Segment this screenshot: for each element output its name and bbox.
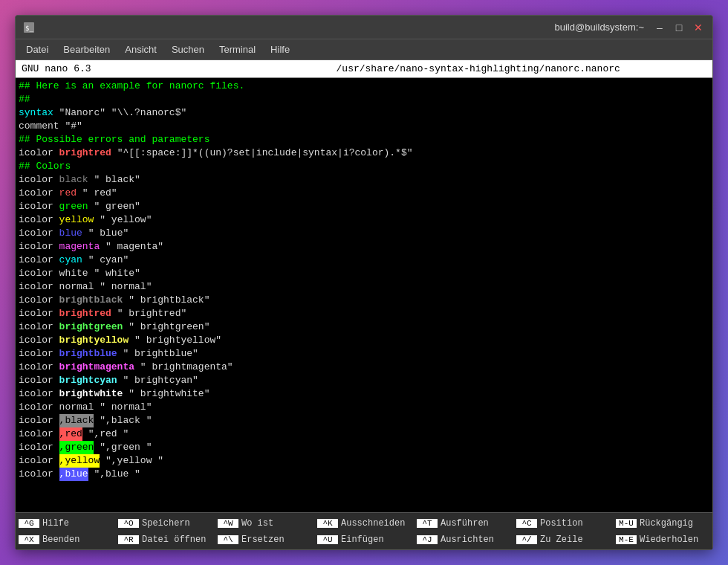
footer-shortcut-position: ^C Position [516, 515, 610, 532]
nano-filename: /usr/share/nano-syntax-highlighting/nano… [250, 63, 706, 74]
label-wo-ist: Wo ist [241, 518, 273, 529]
footer-shortcut-exit: ^X Beenden [19, 532, 112, 548]
label-hilfe: Hilfe [42, 518, 69, 529]
label-ausschneiden: Ausschneiden [341, 518, 405, 529]
footer-col-5: ^T Ausführen ^J Ausrichten [414, 513, 513, 549]
line-16: icolor white " white" [19, 267, 709, 280]
footer-shortcut-replace: ^\ Ersetzen [218, 532, 311, 548]
minimize-button[interactable]: – [651, 19, 668, 36]
svg-text:$_: $_ [25, 25, 33, 32]
footer-col-6: ^C Position ^/ Zu Zeile [513, 513, 613, 549]
line-14: icolor magenta " magenta" [19, 240, 709, 254]
line-13: icolor blue " blue" [19, 227, 709, 240]
editor-area[interactable]: ## Here is an example for nanorc files. … [16, 78, 712, 512]
key-cr: ^R [118, 535, 139, 544]
label-einfuegen: Einfügen [341, 535, 384, 545]
line-25: icolor brightwhite " brightwhite" [19, 387, 709, 401]
line-27: icolor ,black ",black " [19, 414, 709, 427]
line-3: syntax "Nanorc" "\\.?nanorc$" [19, 106, 709, 120]
key-ck: ^K [317, 519, 338, 528]
label-position: Position [540, 518, 583, 529]
label-ersetzen: Ersetzen [241, 535, 285, 545]
footer-shortcut-help: ^G Hilfe [19, 515, 112, 532]
line-21: icolor brightyellow " brightyellow" [19, 334, 709, 347]
key-cc: ^C [516, 519, 537, 528]
window-controls: – □ ✕ [651, 19, 706, 36]
menu-terminal[interactable]: Terminal [212, 42, 263, 56]
menu-datei[interactable]: Datei [19, 42, 56, 56]
key-csl: ^/ [516, 535, 537, 544]
menu-bearbeiten[interactable]: Bearbeiten [56, 42, 117, 56]
line-2: ## [19, 93, 709, 106]
line-17: icolor normal " normal" [19, 280, 709, 294]
key-cg: ^G [19, 519, 39, 528]
line-9: icolor black " black" [19, 173, 709, 187]
title-bar: $_ build@buildsystem:~ – □ ✕ [16, 16, 712, 39]
nano-header: GNU nano 6.3 /usr/share/nano-syntax-high… [16, 60, 712, 78]
label-speichern: Speichern [142, 518, 190, 529]
menu-ansicht[interactable]: Ansicht [117, 42, 164, 56]
terminal-window: $_ build@buildsystem:~ – □ ✕ Datei Bearb… [15, 15, 713, 550]
line-4: comment "#" [19, 120, 709, 133]
footer-col-7: M-U Rückgängig M-E Wiederholen [613, 513, 712, 549]
menu-bar: Datei Bearbeiten Ansicht Suchen Terminal… [16, 39, 712, 60]
line-10: icolor red " red" [19, 187, 709, 200]
footer-shortcut-line: ^/ Zu Zeile [516, 532, 610, 548]
key-co: ^O [118, 519, 139, 528]
label-beenden: Beenden [42, 535, 79, 545]
footer-shortcut-where: ^W Wo ist [218, 515, 311, 532]
key-cw: ^W [218, 519, 238, 528]
key-bsl: ^\ [218, 535, 238, 544]
key-cx: ^X [19, 535, 39, 544]
footer-shortcut-execute: ^T Ausführen [417, 515, 510, 532]
line-12: icolor yellow " yellow" [19, 213, 709, 227]
line-11: icolor green " green" [19, 200, 709, 213]
line-29: icolor ,green ",green " [19, 441, 709, 454]
menu-hilfe[interactable]: Hilfe [263, 42, 297, 56]
line-8: ## Colors [19, 160, 709, 173]
line-30: icolor ,yellow ",yellow " [19, 454, 709, 468]
label-datei-oeffnen: Datei öffnen [142, 535, 206, 545]
maximize-button[interactable]: □ [671, 19, 687, 36]
window-title: build@buildsystem:~ [42, 22, 651, 33]
footer-col-4: ^K Ausschneiden ^U Einfügen [314, 513, 414, 549]
nano-version: GNU nano 6.3 [22, 63, 250, 74]
footer-shortcut-save: ^O Speichern [118, 515, 212, 532]
line-28: icolor ,red ",red " [19, 427, 709, 441]
line-6: ## Possible errors and parameters [19, 133, 709, 146]
line-20: icolor brightgreen " brightgreen" [19, 320, 709, 334]
footer-shortcut-undo: M-U Rückgängig [616, 515, 709, 532]
label-wiederholen: Wiederholen [640, 535, 698, 545]
footer-shortcut-open: ^R Datei öffnen [118, 532, 212, 548]
label-zu-zeile: Zu Zeile [540, 535, 583, 545]
menu-suchen[interactable]: Suchen [164, 42, 212, 56]
line-31: icolor ,blue ",blue " [19, 468, 709, 481]
footer-shortcut-redo: M-E Wiederholen [616, 532, 709, 548]
footer-col-3: ^W Wo ist ^\ Ersetzen [215, 513, 314, 549]
line-24: icolor brightcyan " brightcyan" [19, 374, 709, 387]
line-23: icolor brightmagenta " brightmagenta" [19, 361, 709, 374]
line-7: icolor brightred "^[[:space:]]*((un)?set… [19, 146, 709, 160]
close-button[interactable]: ✕ [690, 19, 706, 36]
key-mu: M-U [616, 519, 637, 528]
key-me: M-E [616, 535, 637, 544]
key-cu: ^U [317, 535, 338, 544]
footer: ^G Hilfe ^X Beenden ^O Speichern ^R Date… [16, 512, 712, 549]
line-22: icolor brightblue " brightblue" [19, 347, 709, 361]
label-ausfuehren: Ausführen [441, 518, 489, 529]
key-cj: ^J [417, 535, 438, 544]
terminal-icon: $_ [22, 20, 36, 35]
line-19: icolor brightred " brightred" [19, 307, 709, 320]
line-1: ## Here is an example for nanorc files. [19, 80, 709, 93]
line-15: icolor cyan " cyan" [19, 254, 709, 267]
label-rueckgaengig: Rückgängig [640, 518, 693, 529]
footer-shortcut-cut: ^K Ausschneiden [317, 515, 411, 532]
key-ct: ^T [417, 519, 438, 528]
footer-col-2: ^O Speichern ^R Datei öffnen [115, 513, 215, 549]
footer-shortcut-paste: ^U Einfügen [317, 532, 411, 548]
line-26: icolor normal " normal" [19, 401, 709, 414]
footer-shortcut-align: ^J Ausrichten [417, 532, 510, 548]
footer-col-1: ^G Hilfe ^X Beenden [16, 513, 115, 549]
line-18: icolor brightblack " brightblack" [19, 294, 709, 307]
label-ausrichten: Ausrichten [441, 535, 494, 545]
